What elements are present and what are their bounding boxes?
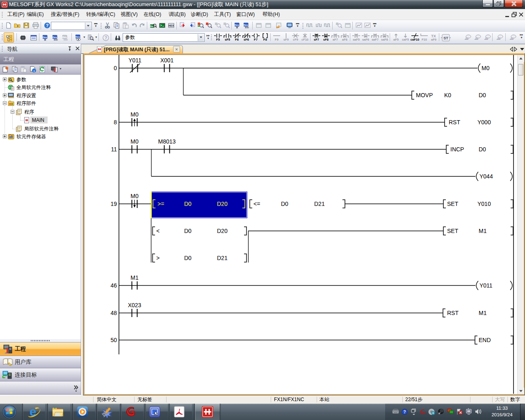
svg-text:8: 8 bbox=[114, 119, 117, 126]
svg-text:Y000: Y000 bbox=[477, 119, 491, 126]
svg-text:<: < bbox=[156, 228, 160, 234]
svg-text:46: 46 bbox=[110, 282, 117, 289]
svg-text:D0: D0 bbox=[479, 92, 486, 98]
svg-text:19: 19 bbox=[110, 201, 117, 207]
svg-text:0: 0 bbox=[114, 65, 117, 71]
svg-text:D20: D20 bbox=[217, 201, 228, 207]
svg-text:RST: RST bbox=[449, 119, 460, 126]
svg-text:SET: SET bbox=[447, 201, 459, 207]
svg-text:D20: D20 bbox=[217, 228, 228, 234]
svg-text:M1: M1 bbox=[479, 310, 487, 316]
svg-text:Y010: Y010 bbox=[477, 201, 491, 207]
svg-text:D21: D21 bbox=[314, 201, 325, 207]
svg-text:X001: X001 bbox=[160, 57, 174, 64]
svg-text:D0: D0 bbox=[184, 228, 192, 234]
svg-text:>: > bbox=[156, 255, 160, 261]
svg-text:D21: D21 bbox=[217, 255, 228, 261]
svg-text:HEX: HEX bbox=[169, 24, 174, 27]
svg-text:INCP: INCP bbox=[450, 146, 464, 153]
svg-text:D0: D0 bbox=[281, 201, 288, 207]
svg-text:M0: M0 bbox=[482, 65, 490, 71]
svg-text:Y011: Y011 bbox=[128, 57, 142, 64]
svg-text:Dev: Dev bbox=[244, 24, 249, 26]
svg-text:ST: ST bbox=[443, 36, 448, 40]
svg-text:50: 50 bbox=[110, 337, 117, 343]
svg-text:X023: X023 bbox=[128, 302, 142, 308]
svg-text:11: 11 bbox=[111, 146, 117, 153]
svg-text:48: 48 bbox=[110, 310, 117, 316]
svg-text:Dev: Dev bbox=[75, 36, 80, 38]
svg-text:Y011: Y011 bbox=[479, 282, 493, 289]
svg-text:M0: M0 bbox=[130, 138, 139, 145]
svg-text:MOVP: MOVP bbox=[416, 92, 433, 98]
svg-text:SET: SET bbox=[447, 228, 459, 234]
svg-text:i: i bbox=[34, 69, 34, 73]
svg-text:RST: RST bbox=[447, 310, 459, 316]
svg-text:>=: >= bbox=[158, 201, 164, 207]
svg-text:Dev: Dev bbox=[235, 24, 240, 26]
svg-text:D0: D0 bbox=[184, 201, 192, 207]
svg-text:END: END bbox=[479, 337, 491, 343]
svg-text:Dev: Dev bbox=[52, 36, 57, 39]
svg-text:D0: D0 bbox=[184, 255, 192, 261]
svg-text:M8013: M8013 bbox=[158, 138, 176, 145]
svg-text:M0: M0 bbox=[130, 111, 139, 118]
svg-text:?: ? bbox=[105, 35, 107, 40]
svg-text:K0: K0 bbox=[444, 92, 451, 98]
svg-text:Y044: Y044 bbox=[479, 173, 493, 180]
svg-text:<=: <= bbox=[253, 201, 260, 207]
svg-text:M0: M0 bbox=[130, 193, 139, 199]
svg-text:D0: D0 bbox=[479, 146, 486, 153]
svg-text:Dev: Dev bbox=[43, 36, 48, 39]
svg-text:?: ? bbox=[46, 23, 49, 28]
svg-text:M1: M1 bbox=[130, 274, 139, 281]
svg-text:Dev: Dev bbox=[150, 25, 155, 27]
svg-text:M1: M1 bbox=[479, 228, 487, 234]
svg-text:Dev: Dev bbox=[62, 36, 67, 39]
